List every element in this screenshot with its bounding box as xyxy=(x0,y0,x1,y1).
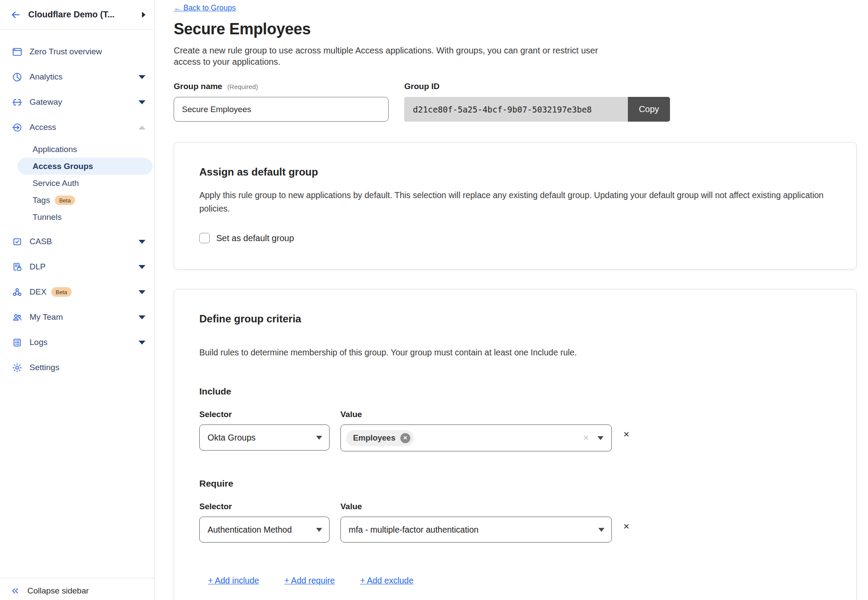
chevron-down-icon xyxy=(139,265,145,269)
sidebar-item-label: Access xyxy=(30,123,56,132)
default-group-checkbox-label: Set as default group xyxy=(216,233,294,243)
account-name: Cloudflare Demo (T... xyxy=(28,10,115,20)
chevron-down-icon xyxy=(139,341,145,345)
remove-include-rule-icon[interactable]: ✕ xyxy=(623,431,630,451)
required-hint: (Required) xyxy=(227,83,258,90)
require-value-label: Value xyxy=(340,502,362,511)
sidebar-item-tunnels[interactable]: Tunnels xyxy=(0,209,154,225)
beta-badge: Beta xyxy=(51,287,72,297)
require-heading: Require xyxy=(199,478,831,489)
sidebar-item-label: Gateway xyxy=(30,97,62,107)
sidebar-item-analytics[interactable]: Analytics xyxy=(0,64,154,90)
require-selector-label: Selector xyxy=(199,502,330,511)
sidebar-item-access-groups[interactable]: Access Groups xyxy=(17,158,152,175)
sidebar: Cloudflare Demo (T... Zero Trust overvie… xyxy=(0,0,155,600)
group-name-id-row: Group name (Required) Group ID d21ce80f-… xyxy=(174,82,857,122)
group-name-label: Group name xyxy=(174,82,222,91)
sidebar-item-label: Applications xyxy=(33,145,77,154)
overview-icon xyxy=(11,46,23,57)
require-selector-value: Authentication Method xyxy=(208,525,292,535)
expand-right-icon xyxy=(142,12,145,18)
include-selector-label: Selector xyxy=(199,410,330,419)
sidebar-item-dex[interactable]: DEX Beta xyxy=(0,279,154,305)
value-chip-label: Employees xyxy=(353,433,396,443)
collapse-sidebar-button[interactable]: Collapse sidebar xyxy=(0,578,154,600)
sidebar-item-my-team[interactable]: My Team xyxy=(0,305,154,330)
criteria-card: Define group criteria Build rules to det… xyxy=(174,289,857,600)
casb-icon xyxy=(11,236,23,247)
sidebar-item-label: DEX xyxy=(30,287,46,297)
sidebar-nav: Zero Trust overview Analytics Gateway Ac… xyxy=(0,30,154,380)
sidebar-item-zero-trust-overview[interactable]: Zero Trust overview xyxy=(0,39,154,64)
require-value: mfa - multiple-factor authentication xyxy=(349,525,479,535)
default-group-checkbox-row[interactable]: Set as default group xyxy=(199,233,831,243)
sidebar-item-label: DLP xyxy=(30,262,46,272)
sidebar-item-gateway[interactable]: Gateway xyxy=(0,90,154,115)
clear-value-icon[interactable]: ✕ xyxy=(583,433,589,443)
sidebar-item-label: Tunnels xyxy=(33,212,62,222)
require-selector-dropdown[interactable]: Authentication Method xyxy=(199,517,330,543)
sidebar-item-settings[interactable]: Settings xyxy=(0,355,154,380)
back-to-groups-link[interactable]: ← Back to Groups xyxy=(174,3,236,13)
include-labels-row: Selector Value xyxy=(199,410,831,419)
chip-remove-icon[interactable]: ✕ xyxy=(400,433,410,443)
sidebar-item-label: CASB xyxy=(30,237,52,246)
access-sub-list: Applications Access Groups Service Auth … xyxy=(0,141,154,225)
gear-icon xyxy=(11,362,23,373)
collapse-icon xyxy=(10,586,20,596)
include-selector-dropdown[interactable]: Okta Groups xyxy=(199,424,330,451)
remove-require-rule-icon[interactable]: ✕ xyxy=(623,523,630,543)
back-arrow-icon[interactable] xyxy=(10,10,21,20)
chevron-down-icon xyxy=(139,315,145,319)
beta-badge: Beta xyxy=(55,196,75,205)
main-content: ← Back to Groups Secure Employees Create… xyxy=(155,0,868,600)
include-value-multiselect[interactable]: Employees ✕ ✕ xyxy=(340,424,612,451)
group-id-value: d21ce80f-5a25-4bcf-9b07-5032197e3be8 xyxy=(404,97,628,122)
sidebar-item-label: Access Groups xyxy=(33,162,93,171)
chevron-down-icon xyxy=(139,240,145,244)
analytics-icon xyxy=(11,71,23,83)
sidebar-item-dlp[interactable]: DLP xyxy=(0,254,154,279)
sidebar-item-label: My Team xyxy=(30,312,63,322)
value-chip: Employees ✕ xyxy=(346,430,414,446)
sidebar-item-applications[interactable]: Applications xyxy=(0,141,154,158)
sidebar-item-label: Zero Trust overview xyxy=(30,47,102,56)
gateway-icon xyxy=(11,96,23,108)
default-group-checkbox[interactable] xyxy=(199,233,210,243)
add-exclude-link[interactable]: + Add exclude xyxy=(360,576,413,586)
include-selector-value: Okta Groups xyxy=(208,433,256,443)
copy-button[interactable]: Copy xyxy=(628,97,670,122)
logs-icon xyxy=(11,337,23,348)
require-value-dropdown[interactable]: mfa - multiple-factor authentication xyxy=(340,517,612,543)
sidebar-item-tags[interactable]: Tags Beta xyxy=(0,192,154,209)
group-id-block: Group ID d21ce80f-5a25-4bcf-9b07-5032197… xyxy=(404,82,670,122)
chevron-down-icon xyxy=(316,528,322,532)
team-icon xyxy=(11,312,23,323)
chevron-down-icon xyxy=(139,290,145,294)
add-require-link[interactable]: + Add require xyxy=(284,576,335,586)
collapse-sidebar-label: Collapse sidebar xyxy=(27,586,89,596)
criteria-card-title: Define group criteria xyxy=(199,313,831,325)
sidebar-item-label: Settings xyxy=(30,363,59,372)
chevron-down-icon xyxy=(139,100,145,104)
sidebar-item-label: Service Auth xyxy=(33,179,79,188)
access-icon xyxy=(11,122,23,133)
include-rule-row: Okta Groups Employees ✕ ✕ ✕ xyxy=(199,424,831,451)
sidebar-item-access[interactable]: Access xyxy=(0,115,154,140)
add-include-link[interactable]: + Add include xyxy=(208,576,259,586)
sidebar-item-casb[interactable]: CASB xyxy=(0,229,154,254)
sidebar-item-service-auth[interactable]: Service Auth xyxy=(0,175,154,192)
dlp-icon xyxy=(11,261,23,272)
require-labels-row: Selector Value xyxy=(199,502,831,511)
chevron-down-icon xyxy=(597,436,604,440)
account-switcher[interactable]: Cloudflare Demo (T... xyxy=(0,0,154,30)
sidebar-item-label: Tags xyxy=(33,196,50,205)
sidebar-item-logs[interactable]: Logs xyxy=(0,330,154,355)
default-group-card-description: Apply this rule group to new application… xyxy=(199,189,831,215)
criteria-card-description: Build rules to determine membership of t… xyxy=(199,346,831,359)
group-name-block: Group name (Required) xyxy=(174,82,389,122)
chevron-down-icon xyxy=(316,436,322,440)
default-group-card-title: Assign as default group xyxy=(199,166,831,178)
dex-icon xyxy=(11,286,23,298)
group-name-input[interactable] xyxy=(174,97,389,122)
